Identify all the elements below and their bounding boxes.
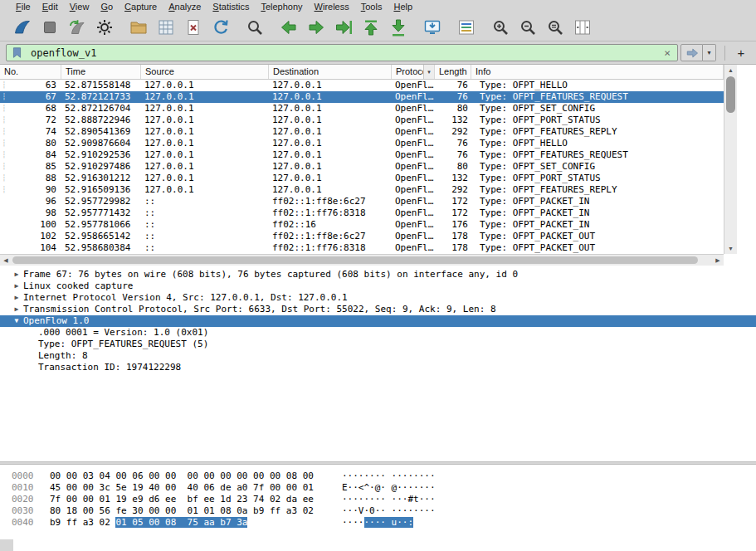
detail-row[interactable]: Type: OFPT_FEATURES_REQUEST (5) (0, 339, 756, 350)
menu-edit[interactable]: Edit (37, 1, 64, 12)
hex-bytes: b9 ff a3 02 01 05 00 08 75 aa b7 3a (50, 517, 342, 529)
scroll-left-icon[interactable]: ◀ (0, 255, 12, 266)
packet-row[interactable]: ┆6352.871558148127.0.0.1127.0.0.1OpenFl…… (0, 80, 724, 91)
cell-len: 76 (435, 91, 471, 103)
column-header-dst[interactable]: Destination (269, 65, 392, 79)
packet-row[interactable]: 9852.957771432::ff02::1:ff76:8318OpenFl…… (0, 207, 724, 219)
hex-offset: 0030 (12, 505, 50, 517)
menu-statistics[interactable]: Statistics (207, 1, 255, 12)
column-header-src[interactable]: Source (141, 65, 269, 79)
reload-file-icon[interactable] (210, 17, 232, 38)
detail-row[interactable]: Length: 8 (0, 350, 756, 362)
cell-info: Type: OFPT_SET_CONFIG (471, 103, 724, 115)
column-header-proto[interactable]: Protocol▾ (392, 65, 435, 79)
expander-icon[interactable]: ▶ (10, 292, 23, 304)
expander-icon[interactable]: ▶ (10, 280, 23, 292)
apply-filter-button[interactable] (680, 44, 703, 61)
cell-dst: 127.0.0.1 (269, 126, 392, 138)
zoom-original-icon[interactable] (544, 17, 566, 38)
menu-telephony[interactable]: Telephony (255, 1, 308, 12)
go-to-packet-icon[interactable] (333, 17, 354, 38)
scroll-down-icon[interactable]: ▼ (724, 243, 737, 254)
hscroll-thumb[interactable] (12, 256, 698, 264)
clear-filter-icon[interactable]: × (661, 46, 673, 59)
vscroll-thumb[interactable] (726, 76, 735, 113)
hex-row[interactable]: 001045 00 00 3c 5e 19 40 00 40 06 de a0 … (0, 482, 756, 494)
expander-icon[interactable]: ▶ (10, 304, 23, 315)
filter-bookmark-icon[interactable] (11, 46, 26, 61)
filter-dropdown-button[interactable]: ▾ (703, 44, 716, 61)
stop-capture-icon[interactable] (39, 17, 61, 38)
find-packet-icon[interactable] (244, 17, 266, 38)
packet-row[interactable]: ┆7452.890541369127.0.0.1127.0.0.1OpenFl…… (0, 126, 724, 138)
go-last-icon[interactable] (388, 17, 409, 38)
detail-row[interactable]: ▶Linux cooked capture (0, 280, 756, 292)
detail-row[interactable]: .000 0001 = Version: 1.0 (0x01) (0, 327, 756, 339)
packet-row[interactable]: ┆6752.872121733127.0.0.1127.0.0.1OpenFl…… (0, 91, 724, 103)
save-file-icon[interactable] (155, 17, 177, 38)
expander-icon[interactable]: ▼ (10, 315, 23, 327)
add-filter-button[interactable]: + (732, 45, 750, 61)
packet-row[interactable]: 10252.958665142::ff02::1:ff8e:6c27OpenFl… (0, 231, 724, 242)
hex-row[interactable]: 0040b9 ff a3 02 01 05 00 08 75 aa b7 3a·… (0, 517, 756, 529)
menu-view[interactable]: View (64, 1, 95, 12)
filter-separator (724, 46, 725, 61)
detail-row[interactable]: ▶Internet Protocol Version 4, Src: 127.0… (0, 292, 756, 304)
start-capture-icon[interactable] (12, 17, 33, 38)
detail-row[interactable]: ▼OpenFlow 1.0 (0, 315, 756, 327)
auto-scroll-icon[interactable] (422, 17, 443, 38)
packet-row[interactable]: ┆7252.888722946127.0.0.1127.0.0.1OpenFl…… (0, 115, 724, 126)
detail-text: Type: OFPT_FEATURES_REQUEST (5) (38, 339, 208, 350)
column-header-time[interactable]: Time (61, 65, 141, 79)
column-header-no[interactable]: No. (0, 65, 61, 79)
hex-row[interactable]: 000000 00 03 04 00 06 00 00 00 00 00 00 … (0, 471, 756, 482)
menu-help[interactable]: Help (388, 1, 418, 12)
expander-icon[interactable]: ▶ (10, 269, 23, 280)
go-back-icon[interactable] (278, 17, 300, 38)
menu-capture[interactable]: Capture (119, 1, 163, 12)
cell-no: 100 (8, 219, 61, 231)
scroll-right-icon[interactable]: ▶ (712, 255, 724, 266)
packet-row[interactable]: ┆6852.872126704127.0.0.1127.0.0.1OpenFl…… (0, 103, 724, 115)
hex-bytes: 00 00 03 04 00 06 00 00 00 00 00 00 00 0… (50, 471, 342, 482)
menu-analyze[interactable]: Analyze (163, 1, 207, 12)
packet-row[interactable]: ┆8052.909876604127.0.0.1127.0.0.1OpenFl…… (0, 138, 724, 149)
go-forward-icon[interactable] (305, 17, 327, 38)
column-header-info[interactable]: Info (471, 65, 724, 79)
menu-file[interactable]: File (10, 1, 37, 12)
zoom-out-icon[interactable] (517, 17, 539, 38)
packet-row[interactable]: 10052.957781066::ff02::16OpenFl…176Type:… (0, 219, 724, 231)
menu-wireless[interactable]: Wireless (309, 1, 355, 12)
scroll-up-icon[interactable]: ▲ (724, 65, 737, 76)
packet-row[interactable]: ┆8552.910297486127.0.0.1127.0.0.1OpenFl…… (0, 161, 724, 173)
filter-value[interactable]: openflow_v1 (31, 47, 661, 59)
packet-row[interactable]: 9652.957729982::ff02::1:ff8e:6c27OpenFl…… (0, 196, 724, 207)
filter-input[interactable]: openflow_v1 × (6, 44, 678, 61)
packet-row[interactable]: ┆9052.916509136127.0.0.1127.0.0.1OpenFl…… (0, 184, 724, 196)
open-file-icon[interactable] (128, 17, 149, 38)
zoom-in-icon[interactable] (490, 17, 511, 38)
packet-row[interactable]: ┆8452.910292536127.0.0.1127.0.0.1OpenFl…… (0, 149, 724, 161)
restart-capture-icon[interactable] (66, 17, 88, 38)
packet-row[interactable]: ┆8852.916301212127.0.0.1127.0.0.1OpenFl…… (0, 173, 724, 184)
cell-no: 84 (8, 149, 61, 161)
hex-row[interactable]: 003080 18 00 56 fe 30 00 00 01 01 08 0a … (0, 505, 756, 517)
resize-columns-icon[interactable] (572, 17, 593, 38)
detail-row[interactable]: ▶Frame 67: 76 bytes on wire (608 bits), … (0, 269, 756, 280)
detail-row[interactable]: Transaction ID: 1974122298 (0, 362, 756, 373)
detail-row[interactable]: ▶Transmission Control Protocol, Src Port… (0, 304, 756, 315)
column-header-len[interactable]: Length (435, 65, 471, 79)
menu-tools[interactable]: Tools (355, 1, 388, 12)
column-dropdown-icon[interactable]: ▾ (423, 65, 434, 79)
hex-ascii: E··<^·@· @······· (342, 482, 436, 494)
cell-info: Type: OFPT_PACKET_OUT (471, 231, 724, 242)
colorize-icon[interactable] (456, 17, 477, 38)
packet-list-vscrollbar[interactable]: ▲ ▼ (724, 65, 737, 254)
menu-go[interactable]: Go (95, 1, 119, 12)
packet-list-hscrollbar[interactable]: ◀ ▶ (0, 254, 724, 266)
capture-options-icon[interactable] (94, 17, 115, 38)
hex-row[interactable]: 00207f 00 00 01 19 e9 d6 ee bf ee 1d 23 … (0, 494, 756, 505)
go-first-icon[interactable] (360, 17, 382, 38)
close-file-icon[interactable] (183, 17, 204, 38)
packet-row[interactable]: 10452.958680384::ff02::1:ff76:8318OpenFl… (0, 242, 724, 254)
